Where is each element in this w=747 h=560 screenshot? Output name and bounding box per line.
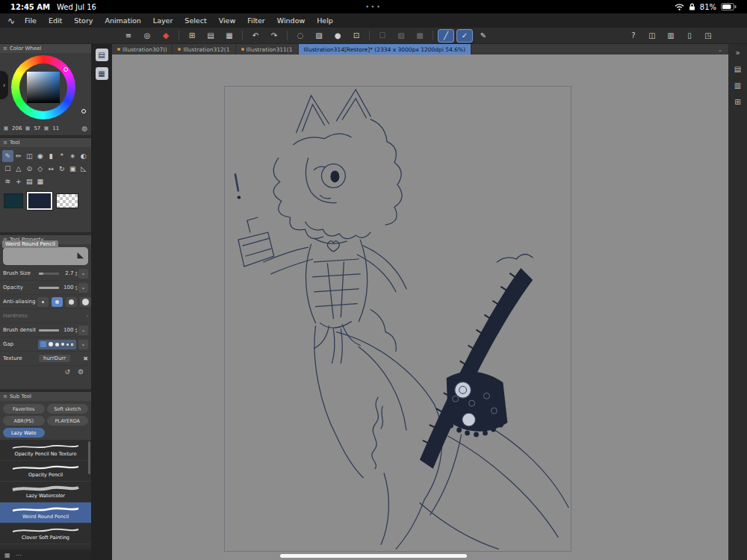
texture-value-button[interactable]: hurrDurr bbox=[39, 355, 70, 362]
redo-icon[interactable]: ↷ bbox=[267, 30, 282, 42]
tab-overflow-chevron-icon[interactable]: ⌄ bbox=[712, 44, 728, 55]
gap-expand-button[interactable]: ⌄ bbox=[78, 340, 88, 349]
balloon-tool-icon[interactable]: ▤ bbox=[24, 175, 35, 187]
undo-icon[interactable]: ↶ bbox=[248, 30, 263, 42]
add-tool-icon[interactable]: + bbox=[13, 175, 25, 187]
tab-illustration314-active[interactable]: Illustration314[Restore]* (2334 x 3000px… bbox=[299, 44, 472, 55]
blend-droplet-icon[interactable]: ● bbox=[330, 30, 345, 42]
tab-illustration307[interactable]: Illustration307(I bbox=[112, 44, 173, 55]
frame-tool-icon[interactable]: ▦ bbox=[35, 175, 46, 187]
brush-tool-icon[interactable]: ▮ bbox=[46, 150, 57, 162]
line-tool-icon[interactable]: ╱ bbox=[438, 30, 453, 42]
brush-size-stepper[interactable]: ▴▾ bbox=[75, 270, 77, 276]
panel-menu-icon[interactable]: ≡ bbox=[3, 46, 7, 52]
fullscreen-icon[interactable]: ◳ bbox=[701, 30, 716, 42]
aa-medium-button[interactable] bbox=[66, 297, 77, 307]
dock-collapse-icon[interactable]: » bbox=[735, 49, 740, 57]
pencil-tool-icon[interactable]: ✏ bbox=[13, 150, 25, 162]
deselect-icon[interactable]: ▩ bbox=[412, 30, 427, 42]
menu-help[interactable]: Help bbox=[311, 15, 339, 26]
menu-filter[interactable]: Filter bbox=[241, 15, 271, 26]
eyedropper-tool-icon[interactable]: ◉ bbox=[35, 150, 46, 162]
menu-select[interactable]: Select bbox=[179, 15, 212, 26]
menu-file[interactable]: File bbox=[19, 15, 43, 26]
stroke-tool-icon[interactable]: ≋ bbox=[2, 175, 13, 187]
opacity-slider[interactable] bbox=[39, 287, 59, 289]
artwork-sketch[interactable] bbox=[225, 87, 571, 551]
save-icon[interactable]: ▦ bbox=[222, 30, 237, 42]
select-rect-icon[interactable]: ☐ bbox=[375, 30, 390, 42]
navigator-drawer-icon[interactable]: ⊞ bbox=[734, 98, 740, 106]
menu-view[interactable]: View bbox=[213, 15, 242, 26]
selection-tool-icon[interactable]: ☐ bbox=[2, 163, 13, 175]
refresh-icon[interactable]: ◌ bbox=[293, 30, 308, 42]
menu-animation[interactable]: Animation bbox=[99, 15, 146, 26]
canvas-page[interactable] bbox=[224, 86, 571, 552]
decoration-tool-icon[interactable]: ∗ bbox=[67, 150, 78, 162]
layer-drawer-icon[interactable]: ▥ bbox=[734, 81, 741, 90]
material-icon[interactable]: ▨ bbox=[311, 30, 326, 42]
sub-color-swatch[interactable] bbox=[27, 192, 52, 210]
eraser-tool-icon[interactable]: ◫ bbox=[24, 150, 35, 162]
clip-studio-icon[interactable]: ◆ bbox=[158, 30, 173, 42]
aa-weak-button[interactable] bbox=[52, 297, 63, 307]
brush-size-expand-button[interactable]: ⌄ bbox=[78, 269, 88, 279]
brush-item[interactable]: Opacity Pencil bbox=[0, 461, 91, 482]
select-wand-icon[interactable]: ▧ bbox=[394, 30, 409, 42]
menu-story[interactable]: Story bbox=[68, 15, 99, 26]
brush-preview[interactable]: Weird Round Pencil ◣ bbox=[3, 247, 88, 265]
saturation-value-square[interactable] bbox=[27, 72, 60, 103]
main-menu-icon[interactable]: ≡ bbox=[121, 30, 136, 42]
multitask-dots[interactable]: ••• bbox=[0, 3, 747, 10]
panel-menu-icon[interactable]: ≡ bbox=[3, 140, 7, 146]
brush-item-selected[interactable]: Weird Round Pencil bbox=[0, 503, 91, 523]
move-tool-icon[interactable]: ↔ bbox=[46, 163, 57, 175]
home-indicator[interactable] bbox=[280, 554, 467, 558]
reset-settings-icon[interactable]: ↺ bbox=[64, 368, 70, 376]
menu-edit[interactable]: Edit bbox=[43, 15, 68, 26]
detail-dots-icon[interactable]: ⋯ bbox=[16, 552, 22, 559]
new-canvas-icon[interactable]: ⊞ bbox=[185, 30, 199, 42]
tab-illustration311[interactable]: Illustration311(1 bbox=[236, 44, 299, 55]
group-playerda[interactable]: PLAYERDA bbox=[47, 416, 89, 426]
operation-tool-icon[interactable]: ▣ bbox=[67, 163, 78, 175]
group-lazy-watercolor[interactable]: Lazy Wate bbox=[3, 428, 45, 438]
material-palette-icon[interactable]: ▦ bbox=[96, 67, 108, 80]
color-wheel-header[interactable]: ≡ Color Wheel bbox=[0, 44, 91, 53]
quick-access-icon[interactable]: ◎ bbox=[140, 30, 155, 42]
brush-size-slider[interactable] bbox=[39, 273, 59, 275]
blend-tool-icon[interactable]: ◐ bbox=[78, 150, 90, 162]
crop-frame-icon[interactable]: ⊡ bbox=[349, 30, 364, 42]
brush-density-slider[interactable] bbox=[39, 329, 59, 332]
figure-tool-icon[interactable]: ◺ bbox=[78, 163, 90, 175]
rotate-tool-icon[interactable]: ↻ bbox=[57, 163, 68, 175]
hue-cursor[interactable] bbox=[81, 109, 86, 113]
group-soft-sketch[interactable]: Soft sketch bbox=[47, 404, 89, 414]
aa-none-button[interactable] bbox=[37, 297, 49, 307]
transparent-color-swatch[interactable] bbox=[56, 193, 78, 208]
clip-studio-logo-icon[interactable]: ∿ bbox=[5, 16, 17, 26]
brush-density-expand-button[interactable]: ⌄ bbox=[78, 326, 88, 335]
opacity-stepper[interactable]: ▴▾ bbox=[75, 284, 77, 290]
advanced-settings-icon[interactable]: ⚙ bbox=[78, 368, 84, 376]
brush-item[interactable]: Lazy Watercolor bbox=[0, 482, 91, 503]
material-drawer-icon[interactable]: ▤ bbox=[734, 65, 741, 73]
menu-layer[interactable]: Layer bbox=[147, 15, 179, 26]
check-tool-icon[interactable]: ✓ bbox=[457, 30, 472, 42]
panel-left-icon[interactable]: ◫ bbox=[645, 30, 660, 42]
detail-grid-icon[interactable]: ▦ bbox=[4, 552, 10, 559]
brush-list-scrollbar[interactable] bbox=[88, 441, 90, 474]
tablet-icon[interactable]: ▯ bbox=[682, 30, 697, 42]
open-file-icon[interactable]: ▤ bbox=[203, 30, 218, 42]
pen-stroke-icon[interactable]: ✎ bbox=[476, 30, 491, 42]
panel-collapse-handle[interactable]: › bbox=[0, 71, 8, 99]
gap-pattern-control[interactable] bbox=[38, 340, 76, 349]
panel-menu-icon[interactable]: ≡ bbox=[3, 393, 7, 399]
tool-header[interactable]: ≡ Tool bbox=[0, 138, 91, 147]
opacity-expand-button[interactable]: ⌄ bbox=[78, 283, 88, 293]
tab-illustration312[interactable]: Illustration312(1 bbox=[173, 44, 235, 55]
brush-density-stepper[interactable]: ▴▾ bbox=[75, 327, 77, 333]
auto-select-tool-icon[interactable]: △ bbox=[13, 163, 25, 175]
zoom-tool-icon[interactable]: ⊙ bbox=[24, 163, 35, 175]
help-icon[interactable]: ? bbox=[626, 30, 641, 42]
